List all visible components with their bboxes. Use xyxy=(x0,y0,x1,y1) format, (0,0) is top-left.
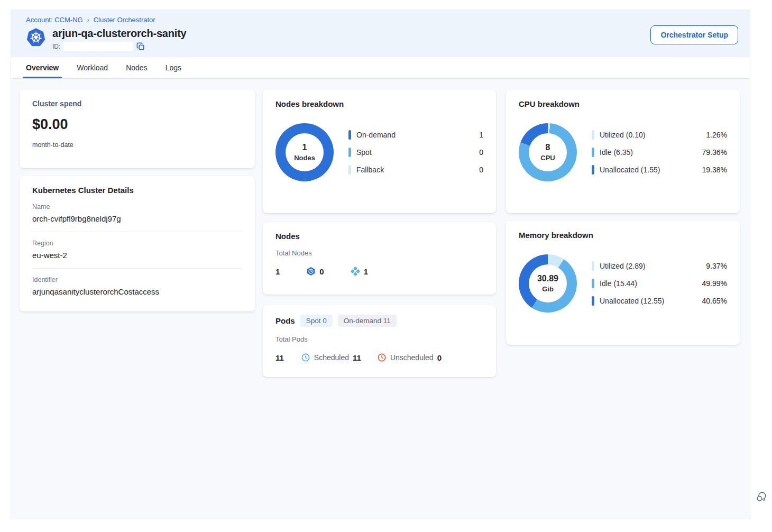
cpu-breakdown-legend: Utilized (0.10) 1.26% Idle (6.35) 79.36%… xyxy=(592,130,727,175)
mem-idle-swatch xyxy=(592,279,594,288)
cluster-spend-period: month-to-date xyxy=(32,141,242,149)
legend-row-on-demand: On-demand 1 xyxy=(348,130,483,140)
cpu-donut-chart: 8 CPU xyxy=(519,123,577,181)
cluster-spend-amount: $0.00 xyxy=(32,116,242,133)
cpu-unallocated-label: Unallocated (1.55) xyxy=(600,166,697,174)
cpu-utilized-label: Utilized (0.10) xyxy=(600,131,701,139)
memory-donut-value: 30.89 xyxy=(537,274,558,283)
app-panel: Account: CCM-NG › Cluster Orchestrator xyxy=(11,10,750,519)
memory-breakdown-legend: Utilized (2.89) 9.37% Idle (15.44) 49.99… xyxy=(592,261,727,306)
cluster-details-title: Kubernetes Cluster Details xyxy=(32,186,242,195)
total-nodes-value: 1 xyxy=(275,267,280,276)
mem-idle-label: Idle (15.44) xyxy=(600,279,697,288)
cpu-idle-label: Idle (6.35) xyxy=(600,148,697,157)
total-nodes-label: Total Nodes xyxy=(275,249,483,257)
spot-label: Spot xyxy=(356,148,474,157)
memory-donut-label: Gib xyxy=(542,285,554,293)
cpu-utilized-swatch xyxy=(592,130,594,140)
memory-breakdown-title: Memory breakdown xyxy=(519,231,727,240)
cluster-details-card: Kubernetes Cluster Details Name orch-cvi… xyxy=(20,176,255,311)
on-demand-label: On-demand xyxy=(356,131,474,139)
legend-row-cpu-unallocated: Unallocated (1.55) 19.38% xyxy=(592,165,727,175)
tab-workload[interactable]: Workload xyxy=(77,57,108,78)
memory-breakdown-card: Memory breakdown 30.89 Gib Utilized (2.8… xyxy=(506,221,740,345)
on-demand-swatch xyxy=(348,130,351,140)
copy-icon[interactable] xyxy=(136,42,145,51)
spot-node-icon xyxy=(306,267,316,276)
pods-card: Pods Spot 0 On-demand 11 Total Pods 11 S… xyxy=(263,305,496,377)
legend-row-cpu-utilized: Utilized (0.10) 1.26% xyxy=(592,130,727,140)
cpu-breakdown-card: CPU breakdown 8 CPU Utilized (0.10) 1.26… xyxy=(506,90,740,213)
on-demand-node-icon xyxy=(351,267,360,276)
scheduled-clock-icon xyxy=(301,353,310,362)
nodes-donut-chart: 1 Nodes xyxy=(275,123,334,181)
nodes-title: Nodes xyxy=(275,232,483,241)
scheduled-count: 11 xyxy=(353,353,361,362)
tab-bar: Overview Workload Nodes Logs xyxy=(11,57,750,79)
fallback-value: 0 xyxy=(479,166,483,174)
nodes-donut-value: 1 xyxy=(302,143,307,152)
breadcrumb-account-link[interactable]: Account: CCM-NG xyxy=(26,16,83,24)
cpu-unallocated-swatch xyxy=(592,165,594,175)
kubernetes-icon xyxy=(26,27,46,48)
legend-row-mem-unallocated: Unallocated (12.55) 40.65% xyxy=(592,296,727,306)
spot-value: 0 xyxy=(479,148,483,157)
on-demand-value: 1 xyxy=(479,131,483,139)
spot-swatch xyxy=(348,148,351,157)
id-value xyxy=(63,42,133,51)
cluster-spend-card: Cluster spend $0.00 month-to-date xyxy=(20,90,255,168)
mem-unallocated-label: Unallocated (12.55) xyxy=(600,297,697,305)
detail-name-value: orch-cvifpfl9rbg8neldj97g xyxy=(32,214,242,223)
pods-spot-badge: Spot 0 xyxy=(300,315,333,327)
detail-name-label: Name xyxy=(32,203,242,210)
detail-region-label: Region xyxy=(32,240,242,247)
pods-on-demand-badge: On-demand 11 xyxy=(338,315,397,327)
scheduled-label: Scheduled xyxy=(314,353,349,362)
legend-row-spot: Spot 0 xyxy=(348,148,483,157)
fallback-swatch xyxy=(348,165,351,175)
cpu-utilized-value: 1.26% xyxy=(706,131,727,139)
legend-row-mem-idle: Idle (15.44) 49.99% xyxy=(592,279,727,288)
nodes-breakdown-title: Nodes breakdown xyxy=(275,99,483,108)
cpu-donut-value: 8 xyxy=(546,143,550,152)
mem-unallocated-value: 40.65% xyxy=(702,297,727,305)
memory-donut-chart: 30.89 Gib xyxy=(519,254,577,313)
mem-utilized-value: 9.37% xyxy=(706,262,727,270)
orchestrator-setup-button[interactable]: Orchestrator Setup xyxy=(650,25,738,44)
tab-overview[interactable]: Overview xyxy=(26,57,59,78)
mem-idle-value: 49.99% xyxy=(702,279,727,288)
detail-region-value: eu-west-2 xyxy=(32,251,242,260)
chat-widget-icon[interactable] xyxy=(756,491,767,502)
main-content: Cluster spend $0.00 month-to-date Kubern… xyxy=(11,79,750,519)
cpu-unallocated-value: 19.38% xyxy=(702,166,727,174)
breadcrumb-separator-icon: › xyxy=(87,16,89,24)
mem-utilized-label: Utilized (2.89) xyxy=(600,262,701,270)
mem-utilized-swatch xyxy=(592,261,594,271)
tab-nodes[interactable]: Nodes xyxy=(126,57,147,78)
nodes-card: Nodes Total Nodes 1 0 xyxy=(263,222,496,295)
total-pods-value: 11 xyxy=(275,353,284,362)
cpu-donut-label: CPU xyxy=(540,154,555,162)
pods-title: Pods xyxy=(275,316,295,325)
id-label: ID: xyxy=(52,43,60,50)
page-header: Account: CCM-NG › Cluster Orchestrator xyxy=(11,10,750,57)
fallback-label: Fallback xyxy=(356,166,474,174)
breadcrumb-page-link[interactable]: Cluster Orchestrator xyxy=(94,16,155,24)
tab-logs[interactable]: Logs xyxy=(166,57,181,78)
nodes-donut-label: Nodes xyxy=(294,154,315,162)
cluster-spend-title: Cluster spend xyxy=(32,99,242,108)
nodes-breakdown-card: Nodes breakdown 1 Nodes On-demand 1 xyxy=(263,90,496,213)
total-pods-label: Total Pods xyxy=(275,335,483,343)
cpu-breakdown-title: CPU breakdown xyxy=(519,99,727,108)
unscheduled-count: 0 xyxy=(437,353,442,362)
detail-identifier-label: Identifier xyxy=(32,276,242,283)
legend-row-fallback: Fallback 0 xyxy=(348,165,483,175)
unscheduled-label: Unscheduled xyxy=(390,353,434,362)
on-demand-nodes-count: 1 xyxy=(364,267,368,276)
cpu-idle-value: 79.36% xyxy=(702,148,727,157)
legend-row-cpu-idle: Idle (6.35) 79.36% xyxy=(592,148,727,157)
page-title: arjun-qa-clusterorch-sanity xyxy=(52,27,187,40)
spot-nodes-count: 0 xyxy=(319,267,324,276)
breadcrumb: Account: CCM-NG › Cluster Orchestrator xyxy=(26,16,735,24)
nodes-breakdown-legend: On-demand 1 Spot 0 Fallback 0 xyxy=(348,130,483,175)
